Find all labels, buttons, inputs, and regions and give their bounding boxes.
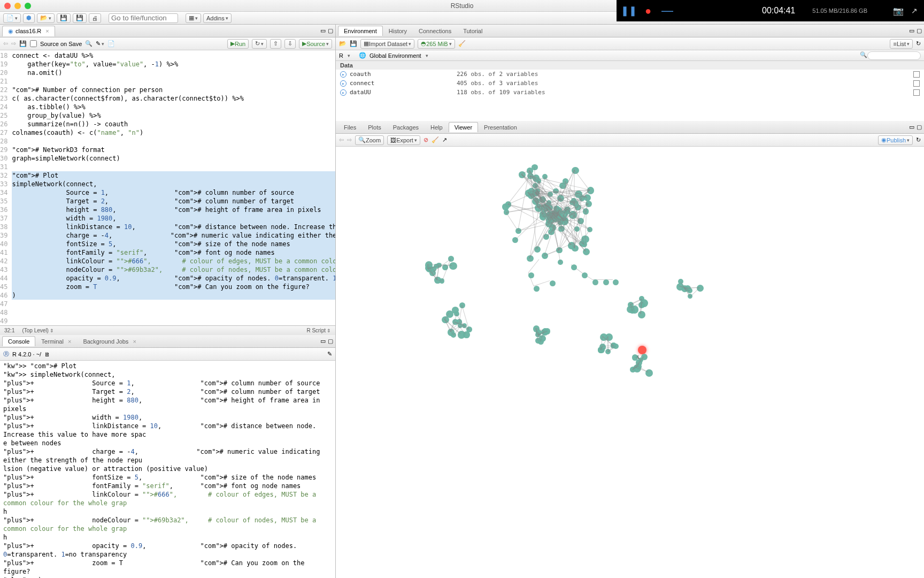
clear-viewer-icon[interactable]: 🧹 [432, 136, 439, 143]
pause-icon[interactable]: ❚❚ [623, 5, 635, 17]
presentation-tab[interactable]: Presentation [478, 122, 523, 132]
run-button[interactable]: ▶ Run [227, 39, 249, 49]
code-editor[interactable]: 1819202122232425262728293031323334353637… [0, 50, 335, 325]
print-button[interactable]: 🖨 [89, 13, 101, 23]
load-icon[interactable]: 📂 [339, 40, 346, 47]
broom-icon[interactable]: 🧹 [458, 40, 466, 47]
zoom-button[interactable]: 🔍 Zoom [355, 135, 384, 145]
grid-icon[interactable] [913, 71, 920, 78]
screen-recorder-bar: ❚❚ ● — 00:04:41 51.05 MB/216.86 GB 📷 ↗ [617, 0, 924, 21]
save-env-icon[interactable]: 💾 [350, 40, 357, 47]
max-console-icon[interactable]: ▢ [328, 338, 333, 345]
minimize-window[interactable] [14, 3, 21, 9]
minimize-pane-icon[interactable]: ▭ [320, 27, 326, 34]
console-toolbar: Ⓡ R 4.2.0 · ~/ 🗎 ✎ [0, 348, 335, 361]
plots-tabbar: Files Plots Packages Help Viewer Present… [336, 121, 924, 134]
packages-tab[interactable]: Packages [387, 122, 425, 132]
search-env-input[interactable] [867, 51, 921, 60]
console-tab[interactable]: Console [2, 336, 35, 346]
viewer-tab[interactable]: Viewer [449, 122, 478, 132]
code-area[interactable]: connect <- dataUU %>% gather(key="to", v… [12, 50, 335, 325]
max-env-icon[interactable]: ▢ [917, 27, 922, 34]
help-tab[interactable]: Help [425, 122, 449, 132]
addins-button[interactable]: Addins▾ [203, 13, 232, 23]
lang-label[interactable]: R Script [306, 328, 326, 333]
env-toolbar: 📂 💾 ▦ Import Dataset▾ ◓ 265 MiB▾ 🧹 ≡ Lis… [336, 37, 924, 50]
tutorial-tab[interactable]: Tutorial [457, 26, 488, 36]
goto-file-input[interactable] [109, 13, 178, 23]
globe-icon: 🌐 [359, 52, 366, 59]
popup-viewer-icon[interactable]: ↗ [442, 136, 447, 143]
env-tabbar: Environment History Connections Tutorial… [336, 25, 924, 37]
grid-icon[interactable] [913, 89, 920, 96]
r-logo-icon: Ⓡ [3, 350, 9, 358]
source-tab[interactable]: ◉ class16.R × [2, 26, 55, 36]
go-down-icon[interactable]: ⇩ [284, 39, 296, 49]
memory-button[interactable]: ◓ 265 MiB▾ [418, 39, 455, 49]
zoom-window[interactable] [25, 3, 31, 9]
remove-viewer-icon[interactable]: ⊘ [424, 136, 428, 143]
maximize-pane-icon[interactable]: ▢ [328, 27, 333, 34]
new-file-button[interactable]: 📄▾ [3, 13, 21, 23]
r-file-icon: ◉ [8, 28, 13, 35]
max-viewer-icon[interactable]: ▢ [917, 124, 922, 131]
connections-tab[interactable]: Connections [413, 26, 457, 36]
env-scope-r[interactable]: R [339, 52, 343, 59]
terminal-tab[interactable]: Terminal× [35, 336, 77, 346]
rerun-button[interactable]: ↻▾ [252, 39, 267, 49]
console-path[interactable]: R 4.2.0 · ~/ [12, 351, 41, 358]
forward-viewer-icon[interactable]: ⇨ [347, 136, 352, 143]
network-viewer[interactable]: ↖ [336, 147, 924, 578]
line-gutter: 1819202122232425262728293031323334353637… [0, 50, 12, 325]
go-up-icon[interactable]: ⇧ [270, 39, 281, 49]
environment-tab[interactable]: Environment [338, 26, 383, 36]
wand-icon[interactable]: ✎▾ [96, 40, 104, 47]
min-viewer-icon[interactable]: ▭ [909, 124, 914, 131]
report-icon[interactable]: 📄 [107, 40, 115, 47]
back-icon[interactable]: ⇦ [3, 40, 8, 47]
expand-icon[interactable]: ↗ [911, 6, 918, 15]
open-file-button[interactable]: 📂▾ [37, 13, 55, 23]
min-console-icon[interactable]: ▭ [320, 338, 326, 345]
back-viewer-icon[interactable]: ⇦ [339, 136, 344, 143]
new-project-button[interactable]: ⬢ [23, 13, 35, 23]
bgjobs-tab[interactable]: Background Jobs× [77, 336, 142, 346]
source-toolbar: ⇦ ⇨ 💾 Source on Save 🔍 ✎▾ 📄 ▶ Run ↻▾ ⇧ ⇩… [0, 37, 335, 50]
save-all-button[interactable]: 💾 [73, 13, 87, 23]
export-button[interactable]: 🖼 Export▾ [387, 135, 420, 145]
find-icon[interactable]: 🔍 [85, 40, 93, 47]
files-tab[interactable]: Files [338, 122, 362, 132]
source-statusbar: 32:1 (Top Level)⇕ R Script⇕ [0, 325, 335, 335]
stop-record-icon[interactable]: ● [642, 5, 654, 17]
env-row[interactable]: ▸dataUU118 obs. of 109 variables [336, 88, 924, 97]
import-dataset-button[interactable]: ▦ Import Dataset▾ [360, 39, 414, 49]
plots-tab[interactable]: Plots [362, 122, 387, 132]
search-env-icon[interactable]: 🔍 [860, 51, 867, 58]
history-tab[interactable]: History [383, 26, 413, 36]
grid-tool-button[interactable]: ▦▾ [186, 13, 201, 23]
env-scope-global[interactable]: Global Environment [369, 52, 421, 59]
scope-label[interactable]: (Top Level) [22, 328, 48, 333]
publish-button[interactable]: ◉ Publish▾ [878, 135, 913, 145]
console-output[interactable]: "kw">> "com"># Plot"kw">> simpleNetwork(… [0, 361, 335, 578]
close-window[interactable] [4, 3, 11, 9]
refresh-viewer-icon[interactable]: ↻ [916, 136, 921, 143]
source-on-save-checkbox[interactable] [30, 40, 37, 47]
env-row[interactable]: ▸connect405 obs. of 3 variables [336, 79, 924, 88]
recording-memory: 51.05 MB/216.86 GB [812, 7, 867, 14]
source-tab-label: class16.R [16, 28, 41, 34]
clear-console-icon[interactable]: ✎ [327, 351, 332, 358]
minimize-recorder-icon[interactable]: — [661, 5, 673, 17]
source-button[interactable]: ▶ Source▾ [299, 39, 332, 49]
save-source-icon[interactable]: 💾 [19, 40, 27, 47]
min-env-icon[interactable]: ▭ [909, 27, 914, 34]
camera-icon[interactable]: 📷 [893, 6, 904, 16]
refresh-env-icon[interactable]: ↻ [916, 40, 921, 47]
env-row[interactable]: ▸coauth226 obs. of 2 variables [336, 70, 924, 79]
forward-icon[interactable]: ⇨ [11, 40, 16, 47]
view-mode-button[interactable]: ≡ List▾ [890, 39, 913, 49]
save-button[interactable]: 💾 [57, 13, 71, 23]
close-tab-icon[interactable]: × [45, 28, 49, 34]
path-popup-icon[interactable]: 🗎 [44, 351, 50, 358]
grid-icon[interactable] [913, 80, 920, 87]
